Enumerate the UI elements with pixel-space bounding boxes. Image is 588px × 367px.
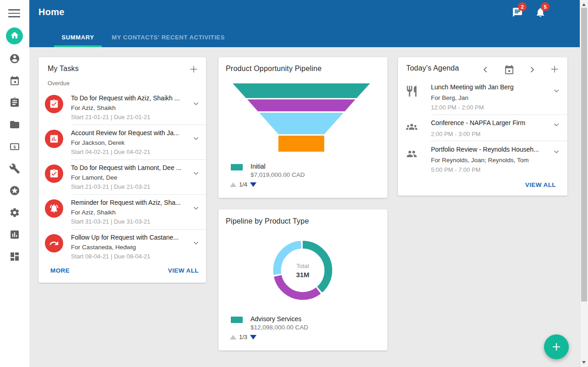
messages-badge: 2 [518, 2, 527, 11]
chevron-down-icon[interactable] [552, 86, 561, 95]
overdue-label: Overdue [48, 80, 70, 87]
add-task-button[interactable] [189, 64, 199, 74]
plus-icon [189, 64, 199, 74]
task-row[interactable]: To Do for Request with Aziz, Shaikh ... … [38, 90, 206, 125]
sidebar-item-favorites[interactable] [9, 185, 20, 196]
agenda-card: Today's Agenda Lunch Meeting with Jan Be… [398, 57, 567, 196]
sidebar-item-reports[interactable] [9, 229, 20, 240]
pipeline-funnel-card: Product Opportunity Pipeline Initial $7,… [218, 57, 387, 198]
wrench-icon [9, 168, 20, 175]
groups-icon [405, 121, 418, 134]
account-review-chart-icon [45, 130, 63, 148]
more-button[interactable]: MORE [50, 267, 70, 274]
restaurant-icon [405, 85, 418, 98]
sidebar-item-contacts[interactable] [9, 53, 20, 64]
legend-swatch [231, 317, 243, 323]
task-title: Follow Up for Request with Castane... [71, 234, 179, 241]
chevron-down-icon[interactable] [191, 134, 201, 143]
scrollbar-up-arrow[interactable] [582, 3, 586, 6]
agenda-row[interactable]: Conference - NAPFA Larger Firm 2:00 PM -… [398, 115, 567, 141]
funnel-stage-4 [278, 136, 324, 152]
funnel-stage-3 [259, 113, 343, 134]
todo-check-icon [45, 95, 63, 113]
gear-icon [9, 212, 20, 219]
calendar-icon [504, 64, 515, 75]
add-fab-button[interactable] [544, 334, 569, 359]
add-appointment-button[interactable] [550, 64, 560, 74]
tab-label: MY CONTACTS' RECENT ACTIVITIES [112, 34, 225, 41]
sidebar-item-opportunities[interactable]: $ [9, 141, 20, 152]
scrollbar-down-arrow[interactable] [582, 361, 586, 364]
task-row[interactable]: Account Review for Request with Ja... Fo… [38, 125, 206, 159]
chevron-down-icon[interactable] [191, 238, 201, 247]
dollar-glyph: $ [13, 145, 16, 149]
chat-icon [512, 11, 523, 19]
money-icon: $ [9, 146, 20, 153]
sidebar-item-home[interactable] [6, 27, 23, 44]
donut-total-value: 31M [271, 271, 335, 279]
pager-text: 1/3 [239, 334, 247, 340]
legend-label: Advisory Services [250, 315, 301, 323]
donut-total-label: Total [271, 263, 335, 269]
task-for: For Lamont, Dee [71, 174, 117, 181]
task-row[interactable]: To Do for Request with Lamont, Dee ... F… [38, 159, 206, 194]
sidebar-item-tasks[interactable] [9, 97, 20, 108]
tab-recent-activities[interactable]: MY CONTACTS' RECENT ACTIVITIES [106, 27, 230, 47]
sidebar-item-tools[interactable] [9, 163, 20, 174]
view-all-button[interactable]: VIEW ALL [525, 181, 556, 188]
menu-icon[interactable] [8, 9, 20, 17]
chevron-down-icon[interactable] [552, 147, 561, 156]
bell-icon [535, 11, 546, 19]
people-icon [405, 148, 418, 160]
scrollbar[interactable] [580, 0, 588, 367]
card-title: Pipeline by Product Type [226, 217, 309, 225]
home-icon [10, 31, 19, 42]
dashboard-icon [9, 256, 20, 263]
agenda-row[interactable]: Lunch Meeting with Jan Berg For Berg, Ja… [398, 78, 567, 115]
sidebar-item-dashboards[interactable] [9, 251, 20, 262]
task-dates: Start 21-03-21 | Due 21-03-21 [71, 183, 150, 190]
sidebar: $ [0, 0, 29, 367]
product-type-card: Pipeline by Product Type Total 31M Advis… [218, 209, 387, 351]
card-title: My Tasks [48, 65, 79, 73]
agenda-time: 12:00 PM - 2:00 PM [431, 104, 484, 111]
task-dates: Start 31-03-21 | Due 31-03-21 [71, 218, 150, 225]
task-row[interactable]: Reminder for Request with Aziz, Sha... F… [38, 194, 206, 229]
funnel-chart [232, 83, 370, 152]
chevron-down-icon[interactable] [191, 169, 201, 178]
view-all-button[interactable]: VIEW ALL [168, 267, 199, 274]
sidebar-item-settings[interactable] [9, 207, 20, 218]
task-title: To Do for Request with Aziz, Shaikh ... [71, 94, 180, 102]
task-dates: Start 04-02-21 | Due 04-02-21 [71, 148, 150, 155]
task-dates: Start 21-01-21 | Due 21-01-21 [71, 114, 150, 121]
pager-up-icon [230, 182, 236, 187]
task-dates: Start 08-04-21 | Due 08-04-21 [71, 253, 150, 260]
chevron-down-icon[interactable] [191, 99, 201, 108]
prev-day-button[interactable] [480, 64, 491, 75]
legend-label: Initial [250, 163, 266, 170]
funnel-stage-2 [247, 99, 355, 111]
sidebar-item-calendar[interactable] [9, 75, 20, 86]
chevron-right-icon [527, 64, 538, 75]
pager-down-icon[interactable] [250, 182, 256, 187]
task-row[interactable]: Follow Up for Request with Castane... Fo… [38, 229, 206, 264]
calendar-icon [9, 80, 20, 88]
pager-down-icon[interactable] [250, 335, 256, 340]
chevron-down-icon[interactable] [191, 203, 201, 213]
agenda-row[interactable]: Portfolio Review - Reynolds Househ... Fo… [398, 141, 567, 178]
card-title: Product Opportunity Pipeline [226, 65, 321, 73]
tab-summary[interactable]: SUMMARY [54, 27, 102, 47]
chevron-down-icon[interactable] [552, 120, 561, 129]
app-header: Home SUMMARY MY CONTACTS' RECENT ACTIVIT… [29, 0, 580, 47]
plus-icon [551, 341, 562, 352]
task-for: For Jackson, Derek [71, 139, 125, 146]
task-title: To Do for Request with Lamont, Dee ... [71, 164, 181, 171]
plus-icon [550, 64, 560, 74]
bar-chart-icon [9, 234, 20, 241]
calendar-picker-button[interactable] [504, 64, 515, 75]
sidebar-item-files[interactable] [9, 119, 20, 130]
legend-value: $7,019,000.00 CAD [250, 171, 305, 178]
next-day-button[interactable] [527, 64, 538, 75]
scrollbar-thumb[interactable] [581, 8, 587, 301]
card-title: Today's Agenda [406, 64, 459, 72]
